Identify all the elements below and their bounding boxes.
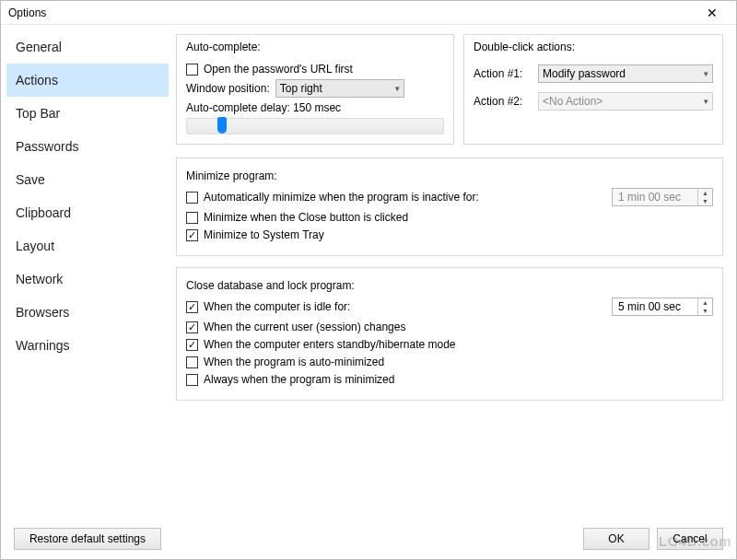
restore-defaults-button[interactable]: Restore default settings bbox=[14, 528, 161, 550]
sidebar-item-label: Save bbox=[16, 172, 45, 187]
sidebar-item-label: Clipboard bbox=[16, 205, 71, 220]
chevron-up-icon[interactable]: ▲ bbox=[698, 189, 712, 197]
sidebar-item-label: Passwords bbox=[16, 139, 78, 154]
spinner-buttons[interactable]: ▲▼ bbox=[697, 189, 712, 205]
window-title: Options bbox=[8, 6, 694, 19]
lock-session-label: When the current user (session) changes bbox=[204, 321, 405, 333]
lock-idle-label: When the computer is idle for: bbox=[204, 300, 350, 313]
action1-label: Action #1: bbox=[474, 67, 531, 80]
content: Auto-complete: Open the password's URL f… bbox=[174, 25, 736, 519]
ok-button[interactable]: OK bbox=[583, 528, 649, 550]
close-icon[interactable]: ✕ bbox=[694, 3, 731, 23]
cancel-button[interactable]: Cancel bbox=[657, 528, 723, 550]
minimize-on-close-checkbox[interactable] bbox=[186, 212, 198, 224]
lock-minimized-checkbox[interactable] bbox=[186, 374, 198, 386]
spinner-buttons[interactable]: ▲▼ bbox=[697, 298, 712, 315]
slider-thumb[interactable] bbox=[217, 117, 227, 134]
chevron-down-icon: ▾ bbox=[704, 97, 708, 106]
chevron-down-icon[interactable]: ▼ bbox=[698, 307, 712, 315]
minimize-title: Minimize program: bbox=[186, 169, 713, 182]
chevron-down-icon[interactable]: ▼ bbox=[698, 197, 712, 205]
delay-label: Auto-complete delay: 150 msec bbox=[186, 101, 444, 114]
sidebar-item-label: General bbox=[16, 40, 62, 54]
auto-minimize-value: 1 min 00 sec bbox=[613, 189, 697, 205]
sidebar-item-save[interactable]: Save bbox=[6, 163, 169, 196]
lock-standby-checkbox[interactable] bbox=[186, 339, 198, 351]
sidebar-item-passwords[interactable]: Passwords bbox=[6, 130, 169, 163]
sidebar-item-warnings[interactable]: Warnings bbox=[6, 329, 169, 362]
sidebar-item-topbar[interactable]: Top Bar bbox=[6, 97, 169, 130]
cancel-label: Cancel bbox=[673, 532, 707, 545]
lock-autominimized-label: When the program is auto-minimized bbox=[204, 356, 384, 368]
sidebar-item-label: Browsers bbox=[16, 305, 69, 320]
chevron-down-icon: ▾ bbox=[704, 69, 708, 78]
lock-idle-time[interactable]: 5 min 00 sec ▲▼ bbox=[612, 298, 713, 316]
sidebar-item-layout[interactable]: Layout bbox=[6, 229, 169, 262]
chevron-up-icon[interactable]: ▲ bbox=[698, 298, 712, 307]
action1-select[interactable]: Modify password ▾ bbox=[538, 64, 713, 83]
sidebar-item-label: Network bbox=[16, 272, 63, 286]
minimize-section: Minimize program: Automatically minimize… bbox=[176, 158, 723, 256]
sidebar-item-general[interactable]: General bbox=[6, 30, 169, 64]
sidebar-item-browsers[interactable]: Browsers bbox=[6, 296, 169, 329]
sidebar-item-label: Layout bbox=[16, 239, 54, 253]
window-position-label: Window position: bbox=[186, 82, 270, 95]
autocomplete-title: Auto-complete: bbox=[186, 41, 444, 59]
lock-title: Close database and lock program: bbox=[186, 279, 713, 292]
ok-label: OK bbox=[608, 532, 624, 545]
autocomplete-group: Auto-complete: Open the password's URL f… bbox=[176, 34, 454, 145]
lock-section: Close database and lock program: When th… bbox=[176, 267, 723, 401]
lock-idle-value: 5 min 00 sec bbox=[613, 298, 697, 315]
delay-slider[interactable] bbox=[186, 118, 444, 134]
window-position-select[interactable]: Top right ▾ bbox=[275, 79, 404, 98]
action2-value: <No Action> bbox=[543, 95, 602, 108]
auto-minimize-time[interactable]: 1 min 00 sec ▲▼ bbox=[612, 188, 713, 206]
sidebar-item-network[interactable]: Network bbox=[6, 262, 169, 296]
chevron-down-icon: ▾ bbox=[395, 84, 400, 93]
lock-autominimized-checkbox[interactable] bbox=[186, 356, 198, 368]
doubleclick-group: Double-click actions: Action #1: Modify … bbox=[463, 34, 723, 145]
lock-idle-checkbox[interactable] bbox=[186, 301, 198, 313]
sidebar-item-clipboard[interactable]: Clipboard bbox=[6, 196, 169, 229]
doubleclick-title: Double-click actions: bbox=[474, 41, 713, 59]
action1-value: Modify password bbox=[543, 67, 626, 80]
auto-minimize-label: Automatically minimize when the program … bbox=[204, 191, 479, 204]
minimize-to-tray-checkbox[interactable] bbox=[186, 229, 198, 241]
footer: Restore default settings OK Cancel bbox=[1, 519, 736, 559]
window-position-value: Top right bbox=[280, 82, 322, 95]
lock-standby-label: When the computer enters standby/hiberna… bbox=[204, 338, 456, 351]
action2-label: Action #2: bbox=[474, 95, 531, 108]
sidebar-item-label: Warnings bbox=[16, 338, 70, 353]
auto-minimize-checkbox[interactable] bbox=[186, 192, 198, 204]
titlebar: Options ✕ bbox=[1, 1, 736, 25]
sidebar-item-label: Top Bar bbox=[16, 106, 60, 121]
lock-session-checkbox[interactable] bbox=[186, 321, 198, 333]
sidebar: General Actions Top Bar Passwords Save C… bbox=[1, 25, 174, 519]
sidebar-item-actions[interactable]: Actions bbox=[6, 64, 169, 97]
options-window: Options ✕ General Actions Top Bar Passwo… bbox=[0, 0, 737, 560]
open-url-checkbox[interactable] bbox=[186, 64, 198, 76]
open-url-label: Open the password's URL first bbox=[204, 63, 353, 76]
window-body: General Actions Top Bar Passwords Save C… bbox=[1, 25, 736, 519]
minimize-to-tray-label: Minimize to System Tray bbox=[204, 228, 324, 241]
minimize-on-close-label: Minimize when the Close button is clicke… bbox=[204, 211, 408, 224]
sidebar-item-label: Actions bbox=[16, 73, 58, 88]
restore-label: Restore default settings bbox=[29, 532, 146, 545]
action2-select[interactable]: <No Action> ▾ bbox=[538, 92, 713, 111]
lock-minimized-label: Always when the program is minimized bbox=[204, 373, 394, 386]
